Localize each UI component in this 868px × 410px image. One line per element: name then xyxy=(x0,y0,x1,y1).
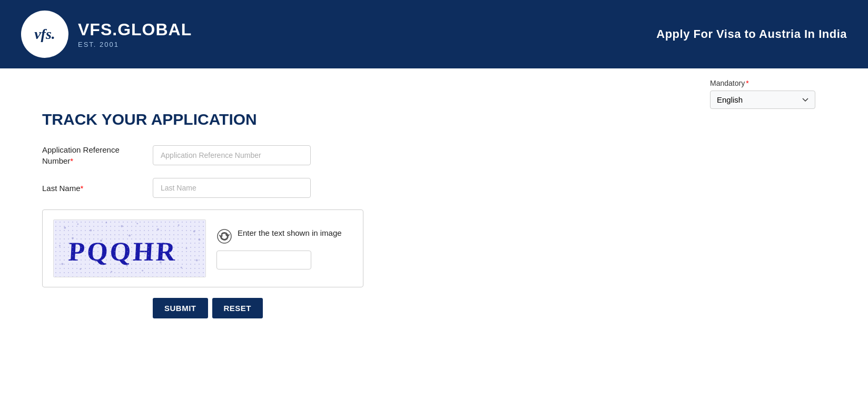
logo-area: vfs. VFS.GLOBAL EST. 2001 xyxy=(21,11,192,58)
mandatory-label: Mandatory* xyxy=(710,79,749,87)
captcha-image: PQQHR xyxy=(53,219,206,277)
logo-circle: vfs. xyxy=(21,11,68,58)
captcha-container: PQQHR Enter the text shown in image xyxy=(42,209,363,287)
language-select[interactable]: English Hindi German xyxy=(710,91,815,109)
logo-vfs-text: vfs. xyxy=(34,27,55,42)
page-title: TRACK YOUR APPLICATION xyxy=(42,111,710,128)
reset-button[interactable]: RESET xyxy=(212,298,263,318)
logo-est-text: EST. 2001 xyxy=(78,41,192,48)
logo-text-group: VFS.GLOBAL EST. 2001 xyxy=(78,20,192,48)
captcha-input[interactable] xyxy=(216,251,311,269)
last-name-group: Last Name* xyxy=(42,178,710,198)
last-name-label: Last Name* xyxy=(42,183,153,194)
app-ref-input[interactable] xyxy=(153,145,311,165)
app-ref-label: Application Reference Number* xyxy=(42,144,153,166)
captcha-right: Enter the text shown in image xyxy=(216,219,352,277)
last-name-input[interactable] xyxy=(153,178,311,198)
svg-point-30 xyxy=(218,229,231,243)
captcha-hint: Enter the text shown in image xyxy=(216,227,352,244)
right-panel: Mandatory* English Hindi German xyxy=(710,79,826,318)
logo-brand-text: VFS.GLOBAL xyxy=(78,20,192,39)
captcha-hint-text: Enter the text shown in image xyxy=(238,227,342,238)
app-ref-group: Application Reference Number* xyxy=(42,144,710,166)
main-content: TRACK YOUR APPLICATION Application Refer… xyxy=(42,79,710,318)
buttons-row: SUBMIT RESET xyxy=(42,298,710,318)
header-title: Apply For Visa to Austria In India xyxy=(656,27,847,41)
submit-button[interactable]: SUBMIT xyxy=(153,298,208,318)
header: vfs. VFS.GLOBAL EST. 2001 Apply For Visa… xyxy=(0,0,868,68)
refresh-icon[interactable] xyxy=(216,228,232,244)
